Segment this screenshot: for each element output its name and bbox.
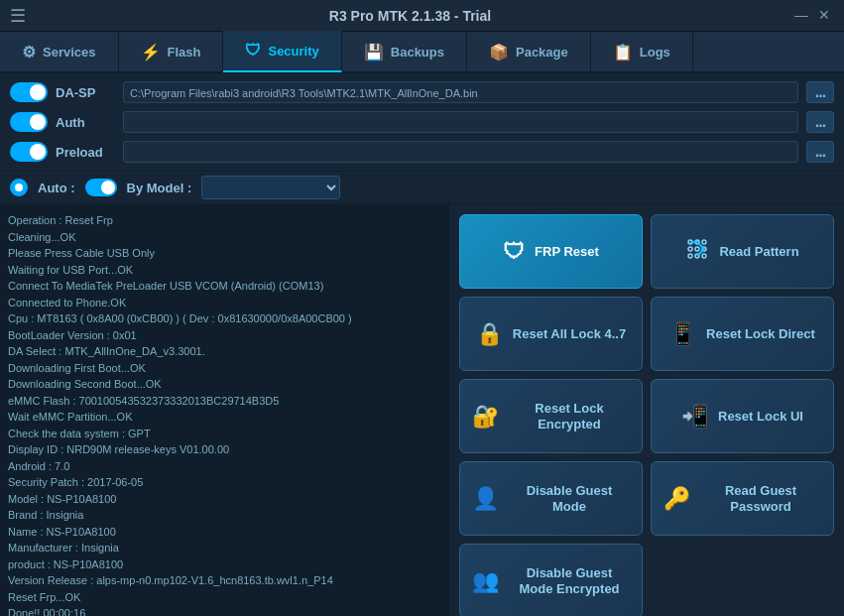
- navbar: ⚙ Services ⚡ Flash 🛡 Security 💾 Backups …: [0, 32, 844, 73]
- preload-control: Preload ...: [10, 139, 834, 165]
- read-guest-password-button[interactable]: 🔑 Read Guest Password: [651, 461, 834, 536]
- log-line: DA Select : MTK_AllInOne_DA_v3.3001.: [8, 343, 439, 360]
- window-controls: — ✕: [794, 8, 834, 24]
- svg-point-6: [688, 254, 692, 258]
- disable-guest-encrypted-icon: 👥: [472, 568, 499, 594]
- security-buttons-panel: 🛡 FRP Reset Read Pattern 🔒 Reset All Loc…: [449, 204, 844, 616]
- tab-security[interactable]: 🛡 Security: [223, 31, 341, 72]
- log-line: Downloading Second Boot...OK: [8, 376, 439, 393]
- log-panel[interactable]: R3 Pro Team www.R3-Tools.com Operation :…: [0, 204, 449, 616]
- frp-reset-icon: 🛡: [503, 239, 525, 265]
- package-icon: 📦: [489, 43, 509, 62]
- read-guest-password-label: Read Guest Password: [700, 483, 821, 514]
- read-pattern-button[interactable]: Read Pattern: [651, 214, 834, 289]
- frp-reset-label: FRP Reset: [535, 244, 599, 260]
- log-line: Cleaning...OK: [8, 229, 439, 246]
- controls-row: DA-SP C:\Program Files\rabi3 android\R3 …: [0, 73, 844, 172]
- log-brand: R3 Pro Team www.R3-Tools.com: [8, 204, 439, 208]
- by-model-label: By Model :: [127, 181, 192, 195]
- auth-label: Auth: [56, 115, 115, 130]
- auto-label: Auto :: [38, 181, 75, 195]
- log-line: Done!! 00:00:16: [8, 605, 439, 616]
- log-line: Connect To MediaTek PreLoader USB VCOM (…: [8, 278, 439, 295]
- log-line: Connected to Phone.OK: [8, 295, 439, 311]
- read-guest-password-icon: 🔑: [663, 486, 690, 512]
- hamburger-icon[interactable]: ☰: [10, 5, 26, 27]
- log-line: Downloading First Boot...OK: [8, 360, 439, 377]
- reset-lock-encrypted-icon: 🔐: [472, 404, 499, 430]
- log-line: Display ID : NRD90M release-keys V01.00.…: [8, 441, 439, 458]
- log-line: eMMC Flash : 700100543532373332013BC2971…: [8, 393, 439, 410]
- flash-icon: ⚡: [141, 43, 161, 62]
- log-output: Operation : Reset FrpCleaning...OKPlease…: [8, 212, 439, 616]
- dasp-browse-button[interactable]: ...: [806, 81, 834, 103]
- dasp-path: C:\Program Files\rabi3 android\R3 Tools\…: [123, 81, 798, 103]
- auto-radio[interactable]: [10, 179, 28, 196]
- log-line: Brand : Insignia: [8, 507, 439, 524]
- preload-toggle[interactable]: [10, 142, 48, 162]
- log-line: Name : NS-P10A8100: [8, 524, 439, 541]
- log-line: Manufacturer : Insignia: [8, 540, 439, 556]
- close-button[interactable]: ✕: [818, 8, 834, 24]
- tab-package-label: Package: [516, 45, 568, 60]
- log-line: Reset Frp...OK: [8, 589, 439, 606]
- dasp-control: DA-SP C:\Program Files\rabi3 android\R3 …: [10, 79, 834, 105]
- tab-logs-label: Logs: [640, 45, 670, 60]
- tab-flash[interactable]: ⚡ Flash: [119, 31, 224, 72]
- auth-toggle[interactable]: [10, 112, 48, 132]
- auth-control: Auth ...: [10, 109, 834, 135]
- log-line: Check the data system : GPT: [8, 426, 439, 442]
- log-line: Waiting for USB Port...OK: [8, 262, 439, 279]
- tab-services-label: Services: [43, 45, 96, 60]
- read-pattern-label: Read Pattern: [719, 244, 798, 260]
- log-line: Please Press Cable USB Only: [8, 245, 439, 262]
- tab-backups[interactable]: 💾 Backups: [342, 31, 467, 72]
- backups-icon: 💾: [364, 43, 384, 62]
- log-line: Version Release : alps-mp-n0.mp102-V1.6_…: [8, 572, 439, 589]
- preload-path: [123, 141, 798, 163]
- dasp-label: DA-SP: [56, 85, 115, 100]
- app-title: R3 Pro MTK 2.1.38 - Trial: [26, 8, 794, 24]
- reset-lock-encrypted-button[interactable]: 🔐 Reset Lock Encrypted: [459, 379, 643, 453]
- model-select[interactable]: [201, 176, 340, 199]
- reset-lock-ui-icon: 📲: [681, 404, 708, 430]
- read-pattern-icon: [685, 237, 709, 267]
- log-line: product : NS-P10A8100: [8, 556, 439, 573]
- dasp-toggle[interactable]: [10, 82, 48, 102]
- svg-point-3: [688, 247, 692, 251]
- reset-lock-encrypted-label: Reset Lock Encrypted: [509, 401, 630, 431]
- log-line: Cpu : MT8163 ( 0x8A00 (0xCB00) ) ( Dev :…: [8, 310, 439, 327]
- svg-point-2: [702, 240, 706, 244]
- preload-browse-button[interactable]: ...: [806, 141, 834, 163]
- reset-lock-direct-icon: 📱: [669, 321, 696, 347]
- security-icon: 🛡: [245, 42, 261, 60]
- reset-all-lock-button[interactable]: 🔒 Reset All Lock 4..7: [459, 297, 643, 371]
- log-line: BootLoader Version : 0x01: [8, 327, 439, 344]
- minimize-button[interactable]: —: [794, 8, 810, 24]
- logs-icon: 📋: [613, 43, 633, 62]
- reset-all-lock-icon: 🔒: [476, 321, 503, 347]
- log-line: Model : NS-P10A8100: [8, 491, 439, 508]
- auth-path: [123, 111, 798, 133]
- log-line: Android : 7.0: [8, 458, 439, 475]
- main-area: R3 Pro Team www.R3-Tools.com Operation :…: [0, 204, 844, 616]
- auth-browse-button[interactable]: ...: [806, 111, 834, 133]
- tab-logs[interactable]: 📋 Logs: [591, 31, 693, 72]
- disable-guest-mode-label: Disable Guest Mode: [509, 483, 630, 514]
- tab-backups-label: Backups: [391, 45, 444, 60]
- frp-reset-button[interactable]: 🛡 FRP Reset: [459, 214, 643, 289]
- tab-services[interactable]: ⚙ Services: [0, 31, 119, 72]
- reset-lock-direct-label: Reset Lock Direct: [706, 326, 815, 342]
- tab-security-label: Security: [268, 44, 318, 59]
- by-model-toggle[interactable]: [85, 179, 117, 196]
- log-line: Wait eMMC Partition...OK: [8, 409, 439, 426]
- reset-lock-ui-button[interactable]: 📲 Reset Lock UI: [651, 379, 834, 453]
- services-icon: ⚙: [22, 43, 36, 62]
- disable-guest-encrypted-button[interactable]: 👥 Disable Guest Mode Encrypted: [459, 544, 643, 616]
- reset-lock-direct-button[interactable]: 📱 Reset Lock Direct: [651, 297, 834, 371]
- log-line: Security Patch : 2017-06-05: [8, 474, 439, 491]
- disable-guest-mode-button[interactable]: 👤 Disable Guest Mode: [459, 461, 643, 536]
- tab-package[interactable]: 📦 Package: [467, 31, 591, 72]
- disable-guest-encrypted-label: Disable Guest Mode Encrypted: [509, 565, 630, 596]
- log-line: Operation : Reset Frp: [8, 212, 439, 229]
